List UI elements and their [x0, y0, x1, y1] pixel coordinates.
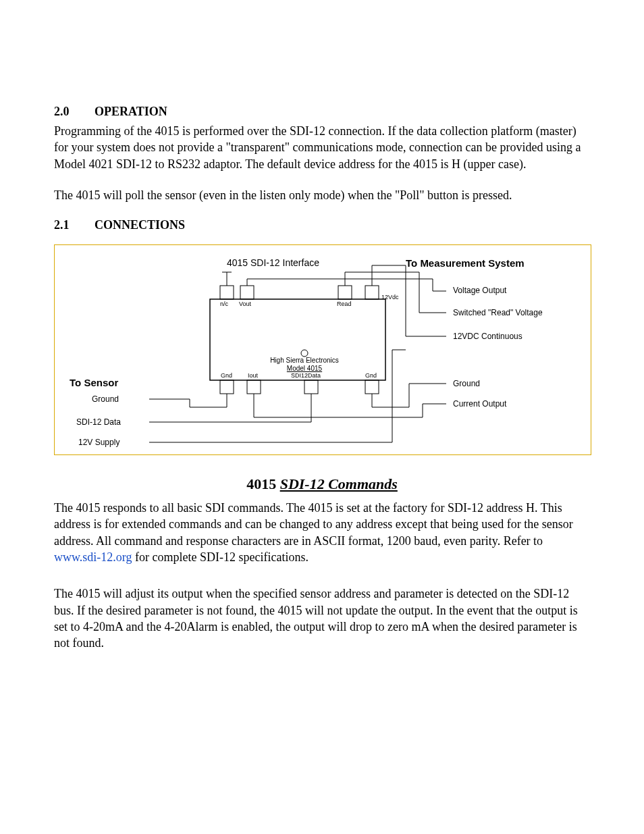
term-vout: Vout [239, 301, 251, 307]
label-switched-read-voltage: Switched "Read" Voltage [453, 308, 543, 317]
svg-rect-4 [365, 286, 379, 299]
commands-title: 4015 SDI-12 Commands [54, 475, 590, 493]
svg-rect-3 [338, 286, 352, 299]
label-ground-left: Ground [92, 394, 119, 404]
term-read: Read [337, 301, 352, 307]
section-title: CONNECTIONS [95, 218, 185, 232]
paragraph-2-0-b: The 4015 will poll the sensor (even in t… [54, 187, 590, 203]
svg-rect-1 [220, 286, 234, 299]
label-ground-right: Ground [453, 379, 480, 388]
label-current-output: Current Output [453, 399, 506, 409]
svg-rect-8 [365, 380, 379, 394]
svg-rect-6 [247, 380, 261, 394]
paragraph-2-0-a: Programming of the 4015 is performed ove… [54, 123, 590, 172]
commands-p1-a: The 4015 responds to all basic SDI comma… [54, 501, 573, 548]
term-nc: n/c [220, 301, 228, 307]
section-2-1-heading: 2.1CONNECTIONS [54, 218, 590, 232]
svg-rect-2 [240, 286, 254, 299]
term-sdi12data: SDI12Data [291, 372, 321, 379]
term-iout: Iout [248, 372, 258, 379]
commands-p2: The 4015 will adjust its output when the… [54, 585, 590, 651]
term-gnd-left: Gnd [221, 372, 232, 379]
term-gnd-right: Gnd [365, 372, 377, 379]
section-number: 2.0 [54, 105, 95, 119]
label-voltage-output: Voltage Output [453, 286, 506, 295]
term-12vdc: 12Vdc [381, 294, 399, 301]
label-sdi12-data: SDI-12 Data [76, 417, 121, 427]
commands-p1: The 4015 responds to all basic SDI comma… [54, 500, 590, 565]
device-line-2: Model 4015 [261, 365, 348, 372]
label-12v-supply: 12V Supply [78, 438, 119, 447]
svg-point-9 [301, 350, 308, 357]
diagram-svg [55, 245, 591, 454]
section-number: 2.1 [54, 218, 95, 232]
commands-title-bold: 4015 [246, 475, 276, 492]
section-title: OPERATION [95, 105, 167, 118]
svg-rect-7 [304, 380, 318, 394]
document-page: 2.0OPERATION Programming of the 4015 is … [0, 0, 644, 726]
section-2-0-heading: 2.0OPERATION [54, 105, 590, 119]
diagram-title-right: To Measurement System [406, 257, 525, 269]
diagram-title-left: 4015 SDI-12 Interface [227, 257, 319, 268]
device-line-1: High Sierra Electronics [261, 357, 348, 364]
connection-diagram: 4015 SDI-12 Interface To Measurement Sys… [54, 244, 591, 455]
label-12vdc-continuous: 12VDC Continuous [453, 332, 522, 341]
svg-rect-5 [220, 380, 234, 394]
sdi12-link[interactable]: www.sdi-12.org [54, 550, 132, 564]
commands-title-italic: SDI-12 Commands [280, 475, 398, 492]
label-to-sensor: To Sensor [70, 377, 118, 388]
commands-p1-b: . Refer to [498, 534, 543, 548]
commands-p1-c: for complete SDI-12 specifications. [132, 550, 308, 564]
